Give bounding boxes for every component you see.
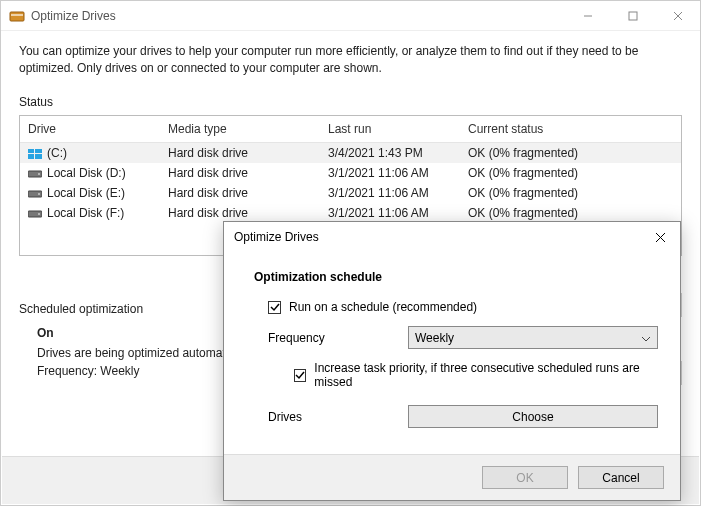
svg-rect-0 [10,12,24,21]
svg-rect-1 [11,14,23,16]
cancel-label: Cancel [602,471,639,485]
col-header-status[interactable]: Current status [460,116,681,142]
frequency-select[interactable]: Weekly [408,326,658,349]
titlebar: Optimize Drives [1,1,700,31]
close-button[interactable] [655,1,700,31]
increase-priority-checkbox[interactable] [294,369,306,382]
svg-point-15 [38,213,40,215]
drive-media: Hard disk drive [160,166,320,180]
main-window: Optimize Drives You can optimize your dr… [0,0,701,506]
svg-point-13 [38,193,40,195]
table-row[interactable]: (C:)Hard disk drive3/4/2021 1:43 PMOK (0… [20,143,681,163]
drive-name: (C:) [47,146,67,160]
schedule-dialog: Optimize Drives Optimization schedule Ru… [223,221,681,501]
increase-priority-label: Increase task priority, if three consecu… [314,361,658,389]
status-label: Status [19,95,682,109]
drive-status: OK (0% fragmented) [460,206,681,220]
drive-status: OK (0% fragmented) [460,166,681,180]
maximize-button[interactable] [610,1,655,31]
drive-name: Local Disk (D:) [47,166,126,180]
svg-rect-3 [629,12,637,20]
drives-label: Drives [268,410,408,424]
choose-drives-button[interactable]: Choose [408,405,658,428]
drive-lastrun: 3/4/2021 1:43 PM [320,146,460,160]
drive-name: Local Disk (E:) [47,186,125,200]
drive-status: OK (0% fragmented) [460,146,681,160]
table-row[interactable]: Local Disk (D:)Hard disk drive3/1/2021 1… [20,163,681,183]
drive-table-header: Drive Media type Last run Current status [20,116,681,143]
hdd-icon [28,208,42,218]
col-header-media[interactable]: Media type [160,116,320,142]
run-schedule-checkbox[interactable] [268,301,281,314]
drive-name: Local Disk (F:) [47,206,124,220]
run-schedule-label: Run on a schedule (recommended) [289,300,477,314]
col-header-lastrun[interactable]: Last run [320,116,460,142]
col-header-drive[interactable]: Drive [20,116,160,142]
svg-point-11 [38,173,40,175]
ok-label: OK [516,471,533,485]
windows-drive-icon [28,148,42,158]
frequency-label: Frequency [268,331,408,345]
dialog-titlebar: Optimize Drives [224,222,680,252]
choose-label: Choose [512,410,553,424]
window-title: Optimize Drives [31,9,565,23]
svg-rect-8 [28,154,34,159]
svg-rect-6 [28,149,34,153]
drive-lastrun: 3/1/2021 11:06 AM [320,166,460,180]
dialog-close-button[interactable] [640,222,680,252]
chevron-down-icon [641,331,651,345]
dialog-title: Optimize Drives [234,230,640,244]
drive-media: Hard disk drive [160,206,320,220]
drive-media: Hard disk drive [160,186,320,200]
frequency-value: Weekly [415,331,454,345]
drive-lastrun: 3/1/2021 11:06 AM [320,186,460,200]
app-icon [9,8,25,24]
hdd-icon [28,168,42,178]
ok-button[interactable]: OK [482,466,568,489]
description-text: You can optimize your drives to help you… [19,43,682,77]
svg-rect-9 [35,154,42,159]
minimize-button[interactable] [565,1,610,31]
drive-media: Hard disk drive [160,146,320,160]
table-row[interactable]: Local Disk (E:)Hard disk drive3/1/2021 1… [20,183,681,203]
dialog-footer: OK Cancel [224,454,680,500]
drive-status: OK (0% fragmented) [460,186,681,200]
table-row[interactable]: Local Disk (F:)Hard disk drive3/1/2021 1… [20,203,681,223]
drive-lastrun: 3/1/2021 11:06 AM [320,206,460,220]
cancel-button[interactable]: Cancel [578,466,664,489]
svg-rect-7 [35,149,42,153]
dialog-heading: Optimization schedule [254,270,658,284]
hdd-icon [28,188,42,198]
